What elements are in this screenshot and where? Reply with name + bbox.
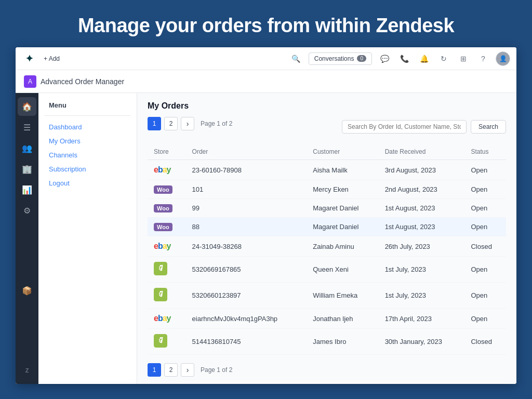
menu-item-channels[interactable]: Channels <box>45 148 130 162</box>
store-cell <box>148 257 186 283</box>
search-row: Search <box>342 120 506 134</box>
store-cell <box>148 283 186 309</box>
sidebar-item-zendesk[interactable]: Z <box>18 361 36 380</box>
customer-cell: Queen Xeni <box>307 257 378 283</box>
order-cell: 24-31049-38268 <box>186 236 307 257</box>
order-cell: 23-60160-78908 <box>186 160 307 180</box>
zendesk-logo[interactable]: ✦ <box>22 51 36 66</box>
sidebar-item-settings[interactable]: ⚙ <box>18 201 36 220</box>
hero-banner: Manage your orders from within Zendesk <box>0 0 532 47</box>
table-header-row: Store Order Customer Date Received Statu… <box>148 144 506 160</box>
help-icon[interactable]: ? <box>476 51 490 66</box>
sidebar-item-home[interactable]: 🏠 <box>18 97 36 116</box>
order-cell: 88 <box>186 218 307 236</box>
page-2-button[interactable]: 2 <box>164 117 178 130</box>
status-cell: Open <box>464 180 506 199</box>
status-cell: Closed <box>464 236 506 257</box>
customer-cell: Aisha Mailk <box>307 160 378 180</box>
table-row[interactable]: 5144136810745 James Ibro 30th January, 2… <box>148 329 506 355</box>
menu-item-dashboard[interactable]: Dashboard <box>45 120 130 134</box>
orders-table: Store Order Customer Date Received Statu… <box>148 144 506 355</box>
page-next-button[interactable]: › <box>181 117 194 130</box>
order-cell: 99 <box>186 199 307 218</box>
phone-icon[interactable]: 📞 <box>397 51 411 66</box>
table-row[interactable]: ebay 24-31049-38268 Zainab Aminu 26th Ju… <box>148 236 506 257</box>
zendesk-sidebar: 🏠 ☰ 👥 🏢 📊 ⚙ 📦 Z <box>16 93 38 384</box>
sidebar-item-users[interactable]: 👥 <box>18 139 36 157</box>
add-button[interactable]: + Add <box>39 53 64 64</box>
bottom-page-1[interactable]: 1 <box>148 363 161 377</box>
ebay-logo: ebay <box>154 314 171 323</box>
customer-cell: James Ibro <box>307 329 378 355</box>
date-cell: 1st July, 2023 <box>379 283 465 309</box>
customer-cell: Mercy Eken <box>307 180 378 199</box>
bottom-page-2[interactable]: 2 <box>164 363 178 377</box>
svg-rect-2 <box>154 334 167 348</box>
table-row[interactable]: Woo 99 Magaret Daniel 1st August, 2023 O… <box>148 199 506 218</box>
status-cell: Closed <box>464 329 506 355</box>
svg-rect-1 <box>154 288 167 301</box>
table-row[interactable]: 5320669167865 Queen Xeni 1st July, 2023 … <box>148 257 506 283</box>
chat-icon[interactable]: 💬 <box>377 51 392 66</box>
menu-item-subscription[interactable]: Subscription <box>45 162 130 176</box>
customer-cell: Magaret Daniel <box>307 199 378 218</box>
menu-title: Menu <box>45 101 130 109</box>
topbar-left: ✦ + Add <box>22 51 285 66</box>
col-customer: Customer <box>307 144 378 160</box>
conversations-badge: 0 <box>357 55 366 62</box>
grid-icon[interactable]: ⊞ <box>456 51 471 66</box>
zendesk-topbar: ✦ + Add 🔍 Conversations 0 💬 📞 🔔 ↻ ⊞ ? 👤 <box>16 47 516 70</box>
shopify-logo <box>154 262 167 275</box>
store-cell: ebay <box>148 309 186 329</box>
date-cell: 1st August, 2023 <box>379 199 465 218</box>
sidebar-item-apps[interactable]: 📦 <box>18 281 36 300</box>
sidebar-item-orgs[interactable]: 🏢 <box>18 159 36 178</box>
order-cell: 5320660123897 <box>186 283 307 309</box>
main-layout: 🏠 ☰ 👥 🏢 📊 ⚙ 📦 Z Menu Dashboard My Orders… <box>16 93 516 384</box>
table-row[interactable]: 5320660123897 William Emeka 1st July, 20… <box>148 283 506 309</box>
store-cell: Woo <box>148 218 186 236</box>
store-cell: ebay <box>148 160 186 180</box>
avatar[interactable]: 👤 <box>496 51 510 66</box>
page-info: Page 1 of 2 <box>201 120 232 127</box>
woo-logo: Woo <box>154 185 172 194</box>
table-row[interactable]: ebay eiarhncMvJ0kv4mq1gPA3hp Jonathan lj… <box>148 309 506 329</box>
page-1-button[interactable]: 1 <box>148 117 161 130</box>
customer-cell: William Emeka <box>307 283 378 309</box>
table-row[interactable]: ebay 23-60160-78908 Aisha Mailk 3rd Augu… <box>148 160 506 180</box>
top-pagination: 1 2 › Page 1 of 2 <box>148 117 232 130</box>
hero-title: Manage your orders from within Zendesk <box>10 15 522 37</box>
col-status: Status <box>464 144 506 160</box>
search-button[interactable]: Search <box>471 120 506 134</box>
status-cell: Open <box>464 309 506 329</box>
customer-cell: Jonathan ljeh <box>307 309 378 329</box>
sidebar-item-reports[interactable]: 📊 <box>18 180 36 199</box>
date-cell: 3rd August, 2023 <box>379 160 465 180</box>
shopify-logo <box>154 288 167 301</box>
col-store: Store <box>148 144 186 160</box>
conversations-button[interactable]: Conversations 0 <box>309 52 372 65</box>
shopify-logo <box>154 334 167 348</box>
table-row[interactable]: Woo 101 Mercy Eken 2nd August, 2023 Open <box>148 180 506 199</box>
order-cell: eiarhncMvJ0kv4mq1gPA3hp <box>186 309 307 329</box>
orders-title: My Orders <box>148 101 506 111</box>
sidebar-item-tickets[interactable]: ☰ <box>18 118 36 137</box>
table-row[interactable]: Woo 88 Magaret Daniel 1st August, 2023 O… <box>148 218 506 236</box>
app-icon: A <box>24 75 36 88</box>
search-input[interactable] <box>342 120 467 134</box>
search-icon[interactable]: 🔍 <box>289 51 303 66</box>
order-cell: 101 <box>186 180 307 199</box>
order-cell: 5320669167865 <box>186 257 307 283</box>
bell-icon[interactable]: 🔔 <box>417 51 431 66</box>
menu-item-myorders[interactable]: My Orders <box>45 134 130 148</box>
orders-panel: My Orders 1 2 › Page 1 of 2 Search <box>137 93 516 384</box>
customer-cell: Zainab Aminu <box>307 236 378 257</box>
store-cell: Woo <box>148 199 186 218</box>
date-cell: 30th January, 2023 <box>379 329 465 355</box>
app-container: ✦ + Add 🔍 Conversations 0 💬 📞 🔔 ↻ ⊞ ? 👤 … <box>16 47 516 384</box>
bottom-page-next[interactable]: › <box>181 363 194 377</box>
date-cell: 17th April, 2023 <box>379 309 465 329</box>
status-cell: Open <box>464 199 506 218</box>
menu-item-logout[interactable]: Logout <box>45 176 130 190</box>
refresh-icon[interactable]: ↻ <box>436 51 451 66</box>
